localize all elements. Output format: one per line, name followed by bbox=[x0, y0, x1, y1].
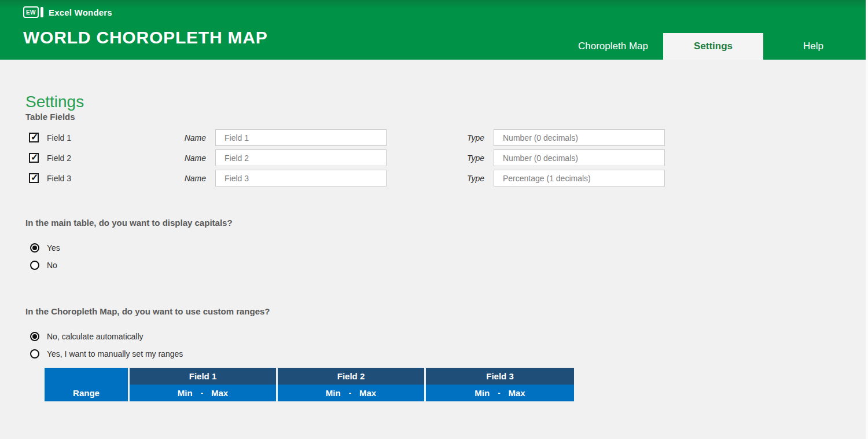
field-3-label: Field 3 bbox=[47, 174, 71, 183]
ranges-manual-radio[interactable] bbox=[30, 349, 39, 358]
ranges-manual-label: Yes, I want to manually set my ranges bbox=[47, 349, 183, 358]
max-label: Max bbox=[508, 388, 525, 398]
min-label: Min bbox=[326, 388, 341, 398]
dash-separator: - bbox=[349, 389, 351, 397]
custom-ranges-table: Range Field 1 Min - Max Field 2 Min - Ma… bbox=[45, 368, 868, 401]
custom-ranges-question: In the Choropleth Map, do you want to us… bbox=[25, 306, 868, 316]
field-3-header: Field 3 bbox=[426, 368, 574, 385]
field-3-checkbox[interactable] bbox=[29, 173, 39, 183]
field-2-type-input[interactable] bbox=[494, 149, 665, 166]
field-row-1: Field 1 Name Type bbox=[25, 129, 868, 146]
tab-bar: Choropleth Map Settings Help bbox=[563, 33, 863, 60]
field-2-header: Field 2 bbox=[278, 368, 424, 385]
name-label: Name bbox=[182, 174, 206, 183]
display-capitals-question: In the main table, do you want to displa… bbox=[25, 218, 868, 228]
range-header-label: Range bbox=[45, 385, 128, 401]
min-label: Min bbox=[178, 388, 193, 398]
range-header-cell: Range bbox=[45, 368, 130, 401]
tab-settings[interactable]: Settings bbox=[663, 33, 763, 60]
range-table-field-3-column: Field 3 Min - Max bbox=[426, 368, 574, 401]
field-2-min-max-header: Min - Max bbox=[278, 385, 424, 401]
field-2-name-input[interactable] bbox=[215, 149, 387, 166]
field-1-name-input[interactable] bbox=[215, 129, 387, 146]
range-table-field-1-column: Field 1 Min - Max bbox=[130, 368, 278, 401]
capitals-yes-radio[interactable] bbox=[30, 243, 39, 253]
page-title: WORLD CHOROPLETH MAP bbox=[23, 28, 268, 47]
field-1-type-input[interactable] bbox=[494, 129, 665, 146]
name-label: Name bbox=[182, 153, 206, 163]
field-1-min-max-header: Min - Max bbox=[130, 385, 276, 401]
scrollbar-track[interactable] bbox=[866, 0, 868, 439]
max-label: Max bbox=[211, 388, 228, 398]
type-label: Type bbox=[387, 133, 484, 142]
dash-separator: - bbox=[498, 389, 500, 397]
field-3-name-input[interactable] bbox=[215, 170, 387, 186]
settings-page: Settings Table Fields Field 1 Name Type … bbox=[0, 60, 868, 401]
field-2-label: Field 2 bbox=[47, 153, 71, 163]
ranges-option-auto[interactable]: No, calculate automatically bbox=[30, 332, 868, 341]
capitals-yes-label: Yes bbox=[47, 243, 60, 253]
field-1-label: Field 1 bbox=[47, 133, 71, 142]
name-label: Name bbox=[182, 133, 206, 142]
table-fields-section-title: Table Fields bbox=[25, 112, 868, 122]
type-label: Type bbox=[387, 153, 484, 163]
brand-name: Excel Wonders bbox=[49, 8, 112, 17]
settings-heading: Settings bbox=[25, 60, 868, 112]
app-header: EW Excel Wonders WORLD CHOROPLETH MAP Ch… bbox=[0, 0, 868, 60]
ranges-auto-label: No, calculate automatically bbox=[47, 332, 144, 341]
brand: EW Excel Wonders bbox=[23, 6, 112, 18]
logo-initials: EW bbox=[26, 9, 36, 16]
field-row-2: Field 2 Name Type bbox=[25, 149, 868, 166]
field-1-header: Field 1 bbox=[130, 368, 276, 385]
tab-choropleth-map[interactable]: Choropleth Map bbox=[563, 33, 663, 60]
field-3-min-max-header: Min - Max bbox=[426, 385, 574, 401]
field-3-type-input[interactable] bbox=[494, 170, 665, 186]
tab-help[interactable]: Help bbox=[763, 33, 863, 60]
range-table-field-2-column: Field 2 Min - Max bbox=[278, 368, 426, 401]
logo-page-bar-icon bbox=[41, 7, 43, 17]
capitals-option-yes[interactable]: Yes bbox=[30, 243, 868, 253]
table-fields-rows: Field 1 Name Type Field 2 Name Type Fiel… bbox=[25, 129, 868, 186]
excel-wonders-logo-icon: EW bbox=[23, 6, 39, 18]
min-label: Min bbox=[475, 388, 490, 398]
max-label: Max bbox=[359, 388, 376, 398]
capitals-no-label: No bbox=[47, 261, 57, 270]
field-2-checkbox[interactable] bbox=[29, 153, 39, 163]
capitals-no-radio[interactable] bbox=[30, 261, 39, 270]
field-1-checkbox[interactable] bbox=[29, 133, 39, 142]
type-label: Type bbox=[387, 174, 484, 183]
ranges-option-manual[interactable]: Yes, I want to manually set my ranges bbox=[30, 349, 868, 358]
ranges-auto-radio[interactable] bbox=[30, 332, 39, 341]
capitals-option-no[interactable]: No bbox=[30, 261, 868, 270]
field-row-3: Field 3 Name Type bbox=[25, 170, 868, 186]
dash-separator: - bbox=[201, 389, 203, 397]
